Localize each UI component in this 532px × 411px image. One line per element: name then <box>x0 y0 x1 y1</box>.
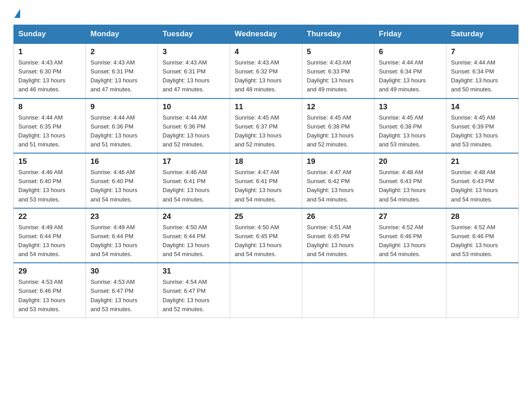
calendar-cell <box>302 263 374 317</box>
page-header <box>13 9 519 17</box>
day-info: Sunrise: 4:52 AMSunset: 6:46 PMDaylight:… <box>451 223 514 259</box>
calendar-col-header-tuesday: Tuesday <box>158 25 230 44</box>
day-info: Sunrise: 4:45 AMSunset: 6:38 PMDaylight:… <box>307 113 369 150</box>
day-info: Sunrise: 4:44 AMSunset: 6:34 PMDaylight:… <box>451 58 514 94</box>
calendar-cell: 22Sunrise: 4:49 AMSunset: 6:44 PMDayligh… <box>14 208 86 263</box>
day-number: 8 <box>18 103 81 111</box>
calendar-cell: 2Sunrise: 4:43 AMSunset: 6:31 PMDaylight… <box>86 43 158 98</box>
calendar-cell: 26Sunrise: 4:51 AMSunset: 6:45 PMDayligh… <box>302 208 374 263</box>
day-info: Sunrise: 4:52 AMSunset: 6:46 PMDaylight:… <box>379 223 442 259</box>
day-info: Sunrise: 4:45 AMSunset: 6:39 PMDaylight:… <box>451 113 514 150</box>
day-number: 16 <box>90 157 153 166</box>
day-number: 21 <box>451 157 514 166</box>
day-number: 24 <box>163 212 225 221</box>
day-number: 10 <box>163 103 225 111</box>
day-number: 3 <box>163 47 225 56</box>
day-number: 6 <box>379 47 442 56</box>
logo <box>13 9 20 17</box>
day-info: Sunrise: 4:47 AMSunset: 6:42 PMDaylight:… <box>307 168 369 204</box>
calendar-cell: 8Sunrise: 4:44 AMSunset: 6:35 PMDaylight… <box>14 98 86 154</box>
calendar-cell: 5Sunrise: 4:43 AMSunset: 6:33 PMDaylight… <box>302 43 374 98</box>
calendar-cell: 30Sunrise: 4:53 AMSunset: 6:47 PMDayligh… <box>86 263 158 317</box>
calendar-col-header-wednesday: Wednesday <box>230 25 302 44</box>
calendar-header: SundayMondayTuesdayWednesdayThursdayFrid… <box>14 25 519 44</box>
calendar-cell: 27Sunrise: 4:52 AMSunset: 6:46 PMDayligh… <box>374 208 446 263</box>
day-info: Sunrise: 4:45 AMSunset: 6:37 PMDaylight:… <box>235 113 297 150</box>
calendar-cell: 10Sunrise: 4:44 AMSunset: 6:36 PMDayligh… <box>158 98 230 154</box>
day-number: 20 <box>379 157 442 166</box>
calendar-cell: 28Sunrise: 4:52 AMSunset: 6:46 PMDayligh… <box>446 208 519 263</box>
day-info: Sunrise: 4:47 AMSunset: 6:41 PMDaylight:… <box>235 168 297 204</box>
calendar-cell: 29Sunrise: 4:53 AMSunset: 6:46 PMDayligh… <box>14 263 86 317</box>
day-info: Sunrise: 4:46 AMSunset: 6:40 PMDaylight:… <box>90 168 153 204</box>
calendar-cell: 18Sunrise: 4:47 AMSunset: 6:41 PMDayligh… <box>230 153 302 208</box>
day-info: Sunrise: 4:43 AMSunset: 6:30 PMDaylight:… <box>18 58 81 94</box>
calendar-cell: 4Sunrise: 4:43 AMSunset: 6:32 PMDaylight… <box>230 43 302 98</box>
day-info: Sunrise: 4:43 AMSunset: 6:31 PMDaylight:… <box>163 58 225 94</box>
day-number: 25 <box>235 212 297 221</box>
calendar-cell: 12Sunrise: 4:45 AMSunset: 6:38 PMDayligh… <box>302 98 374 154</box>
day-info: Sunrise: 4:50 AMSunset: 6:45 PMDaylight:… <box>235 223 297 259</box>
day-info: Sunrise: 4:44 AMSunset: 6:35 PMDaylight:… <box>18 113 81 150</box>
calendar-cell: 20Sunrise: 4:48 AMSunset: 6:43 PMDayligh… <box>374 153 446 208</box>
day-number: 28 <box>451 212 514 221</box>
day-info: Sunrise: 4:48 AMSunset: 6:43 PMDaylight:… <box>451 168 514 204</box>
calendar-cell: 7Sunrise: 4:44 AMSunset: 6:34 PMDaylight… <box>446 43 519 98</box>
calendar-col-header-sunday: Sunday <box>14 25 86 44</box>
day-info: Sunrise: 4:46 AMSunset: 6:41 PMDaylight:… <box>163 168 225 204</box>
calendar-cell <box>374 263 446 317</box>
calendar-cell: 23Sunrise: 4:49 AMSunset: 6:44 PMDayligh… <box>86 208 158 263</box>
day-number: 13 <box>379 103 442 111</box>
day-info: Sunrise: 4:43 AMSunset: 6:33 PMDaylight:… <box>307 58 369 94</box>
day-number: 11 <box>235 103 297 111</box>
day-number: 1 <box>18 47 81 56</box>
day-number: 30 <box>90 267 153 276</box>
day-number: 15 <box>18 157 81 166</box>
day-number: 19 <box>307 157 369 166</box>
day-number: 5 <box>307 47 369 56</box>
day-info: Sunrise: 4:43 AMSunset: 6:31 PMDaylight:… <box>90 58 153 94</box>
calendar-cell: 31Sunrise: 4:54 AMSunset: 6:47 PMDayligh… <box>158 263 230 317</box>
day-number: 9 <box>90 103 153 111</box>
calendar-cell: 15Sunrise: 4:46 AMSunset: 6:40 PMDayligh… <box>14 153 86 208</box>
calendar-cell <box>230 263 302 317</box>
calendar-week-row: 22Sunrise: 4:49 AMSunset: 6:44 PMDayligh… <box>14 208 519 263</box>
calendar-col-header-friday: Friday <box>374 25 446 44</box>
calendar-cell: 6Sunrise: 4:44 AMSunset: 6:34 PMDaylight… <box>374 43 446 98</box>
day-info: Sunrise: 4:54 AMSunset: 6:47 PMDaylight:… <box>163 278 225 314</box>
day-info: Sunrise: 4:44 AMSunset: 6:36 PMDaylight:… <box>90 113 153 150</box>
calendar-week-row: 29Sunrise: 4:53 AMSunset: 6:46 PMDayligh… <box>14 263 519 317</box>
day-info: Sunrise: 4:46 AMSunset: 6:40 PMDaylight:… <box>18 168 81 204</box>
calendar-cell: 14Sunrise: 4:45 AMSunset: 6:39 PMDayligh… <box>446 98 519 154</box>
calendar-cell: 13Sunrise: 4:45 AMSunset: 6:38 PMDayligh… <box>374 98 446 154</box>
day-number: 18 <box>235 157 297 166</box>
calendar-cell: 1Sunrise: 4:43 AMSunset: 6:30 PMDaylight… <box>14 43 86 98</box>
day-number: 7 <box>451 47 514 56</box>
day-number: 12 <box>307 103 369 111</box>
calendar-cell: 3Sunrise: 4:43 AMSunset: 6:31 PMDaylight… <box>158 43 230 98</box>
calendar-header-row: SundayMondayTuesdayWednesdayThursdayFrid… <box>14 25 519 44</box>
day-info: Sunrise: 4:44 AMSunset: 6:36 PMDaylight:… <box>163 113 225 150</box>
calendar-body: 1Sunrise: 4:43 AMSunset: 6:30 PMDaylight… <box>14 43 519 317</box>
day-number: 22 <box>18 212 81 221</box>
calendar-cell: 24Sunrise: 4:50 AMSunset: 6:44 PMDayligh… <box>158 208 230 263</box>
calendar-cell: 17Sunrise: 4:46 AMSunset: 6:41 PMDayligh… <box>158 153 230 208</box>
calendar-col-header-monday: Monday <box>86 25 158 44</box>
calendar-cell: 11Sunrise: 4:45 AMSunset: 6:37 PMDayligh… <box>230 98 302 154</box>
calendar-col-header-thursday: Thursday <box>302 25 374 44</box>
day-info: Sunrise: 4:53 AMSunset: 6:47 PMDaylight:… <box>90 278 153 314</box>
day-info: Sunrise: 4:48 AMSunset: 6:43 PMDaylight:… <box>379 168 442 204</box>
day-info: Sunrise: 4:45 AMSunset: 6:38 PMDaylight:… <box>379 113 442 150</box>
day-number: 29 <box>18 267 81 276</box>
calendar-week-row: 1Sunrise: 4:43 AMSunset: 6:30 PMDaylight… <box>14 43 519 98</box>
calendar-week-row: 15Sunrise: 4:46 AMSunset: 6:40 PMDayligh… <box>14 153 519 208</box>
calendar-cell <box>446 263 519 317</box>
day-info: Sunrise: 4:49 AMSunset: 6:44 PMDaylight:… <box>90 223 153 259</box>
day-info: Sunrise: 4:53 AMSunset: 6:46 PMDaylight:… <box>18 278 81 314</box>
day-number: 17 <box>163 157 225 166</box>
day-number: 23 <box>90 212 153 221</box>
day-info: Sunrise: 4:51 AMSunset: 6:45 PMDaylight:… <box>307 223 369 259</box>
day-number: 4 <box>235 47 297 56</box>
calendar-cell: 25Sunrise: 4:50 AMSunset: 6:45 PMDayligh… <box>230 208 302 263</box>
calendar-col-header-saturday: Saturday <box>446 25 519 44</box>
